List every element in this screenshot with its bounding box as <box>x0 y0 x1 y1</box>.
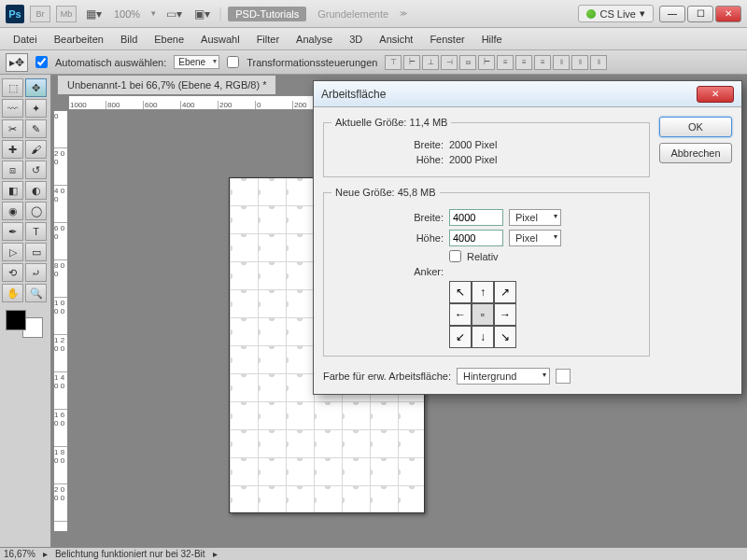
menu-hilfe[interactable]: Hilfe <box>474 32 510 47</box>
new-height-input[interactable] <box>449 230 503 246</box>
dialog-title: Arbeitsfläche <box>321 88 386 101</box>
blur-tool[interactable]: ◉ <box>2 202 23 220</box>
menu-ansicht[interactable]: Ansicht <box>372 32 420 47</box>
3d-camera-tool[interactable]: ⤾ <box>25 263 47 282</box>
dialog-titlebar[interactable]: Arbeitsfläche ✕ <box>314 81 741 107</box>
arrange-icon[interactable]: ▭▾ <box>162 6 185 22</box>
menu-bild[interactable]: Bild <box>113 32 145 47</box>
menu-datei[interactable]: Datei <box>6 32 45 47</box>
anchor-center[interactable]: ▫ <box>472 303 494 326</box>
align-icon[interactable]: ⊢ <box>478 55 495 70</box>
align-icon[interactable]: ⊤ <box>385 55 402 70</box>
height-unit-dropdown[interactable]: Pixel <box>509 230 561 246</box>
cancel-button[interactable]: Abbrechen <box>659 143 732 163</box>
gradient-tool[interactable]: ◐ <box>25 181 47 200</box>
current-size-group: Aktuelle Größe: 11,4 MB Breite:2000 Pixe… <box>323 117 650 177</box>
distribute-icon[interactable]: ≡ <box>497 55 514 70</box>
extension-color-label: Farbe für erw. Arbeitsfläche: <box>323 371 451 382</box>
auto-select-checkbox[interactable] <box>35 56 48 68</box>
anchor-se[interactable]: ↘ <box>494 326 516 348</box>
options-bar: ▸✥ Automatisch auswählen: Ebene Transfor… <box>0 50 747 75</box>
ok-button[interactable]: OK <box>659 117 732 137</box>
menu-analyse[interactable]: Analyse <box>289 32 340 47</box>
screenmode-icon[interactable]: ▣▾ <box>190 6 213 22</box>
workspace-psd-tutorials[interactable]: PSD-Tutorials <box>228 7 306 21</box>
auto-select-dropdown[interactable]: Ebene <box>174 55 219 69</box>
ruler-vertical: 02 0 04 0 06 0 08 0 01 0 0 01 2 0 01 4 0… <box>53 110 68 532</box>
menu-auswahl[interactable]: Auswahl <box>193 32 247 47</box>
menu-bearbeiten[interactable]: Bearbeiten <box>47 32 111 47</box>
3d-tool[interactable]: ⟲ <box>2 263 23 282</box>
workspace-grundelemente[interactable]: Grundelemente <box>312 8 394 20</box>
transform-controls-checkbox[interactable] <box>227 56 239 68</box>
relative-checkbox[interactable] <box>449 250 461 262</box>
distribute-icon[interactable]: ≡ <box>534 55 551 70</box>
status-message: Belichtung funktioniert nur bei 32-Bit <box>55 549 205 559</box>
current-height-label: Höhe: <box>331 154 444 165</box>
brush-tool[interactable]: 🖌 <box>25 140 47 159</box>
align-icon[interactable]: ⊢ <box>403 55 420 70</box>
distribute-icon[interactable]: ⦀ <box>553 55 570 70</box>
document-tab[interactable]: Unbenannt-1 bei 66,7% (Ebene 4, RGB/8) * <box>57 75 276 94</box>
eraser-tool[interactable]: ◧ <box>2 181 23 200</box>
align-icon[interactable]: ⊥ <box>422 55 439 70</box>
minibridge-icon[interactable]: Mb <box>56 6 77 22</box>
eyedropper-tool[interactable]: ✎ <box>25 119 47 138</box>
crop-tool[interactable]: ✂ <box>2 119 23 138</box>
move-tool[interactable]: ✥ <box>25 78 47 97</box>
align-icon[interactable]: ⊣ <box>441 55 458 70</box>
path-tool[interactable]: ▷ <box>2 243 23 261</box>
menu-3d[interactable]: 3D <box>342 32 370 47</box>
distribute-icon[interactable]: ≡ <box>515 55 532 70</box>
heal-tool[interactable]: ✚ <box>2 140 23 159</box>
view-icon[interactable]: ▦▾ <box>82 6 105 22</box>
wand-tool[interactable]: ✦ <box>25 99 47 118</box>
type-tool[interactable]: T <box>25 222 47 241</box>
hand-tool[interactable]: ✋ <box>2 284 23 302</box>
distribute-icon[interactable]: ⦀ <box>590 55 607 70</box>
move-tool-preset-icon[interactable]: ▸✥ <box>6 53 28 72</box>
new-width-input[interactable] <box>449 209 503 226</box>
distribute-icon[interactable]: ⦀ <box>571 55 588 70</box>
width-unit-dropdown[interactable]: Pixel <box>509 209 561 226</box>
current-width-label: Breite: <box>331 139 444 150</box>
anchor-nw[interactable]: ↖ <box>449 281 472 303</box>
current-size-legend: Aktuelle Größe: 11,4 MB <box>331 117 451 128</box>
shape-tool[interactable]: ▭ <box>25 243 47 261</box>
foreground-color-icon[interactable] <box>6 310 26 330</box>
anchor-e[interactable]: → <box>494 303 516 326</box>
menu-ebene[interactable]: Ebene <box>147 32 191 47</box>
anchor-w[interactable]: ← <box>449 303 472 326</box>
auto-select-label: Automatisch auswählen: <box>55 57 166 68</box>
current-width-value: 2000 Pixel <box>449 139 514 150</box>
status-zoom[interactable]: 16,67% <box>4 549 35 559</box>
extension-color-dropdown[interactable]: Hintergrund <box>457 368 550 385</box>
cs-live-button[interactable]: CS Live ▾ <box>578 5 654 22</box>
pen-tool[interactable]: ✒ <box>2 222 23 241</box>
new-size-legend: Neue Größe: 45,8 MB <box>331 187 440 198</box>
zoom-tool[interactable]: 🔍 <box>25 284 47 302</box>
bridge-icon[interactable]: Br <box>30 6 50 22</box>
lasso-tool[interactable]: 〰 <box>2 99 23 118</box>
menu-fenster[interactable]: Fenster <box>422 32 472 47</box>
zoom-display[interactable]: 100% <box>110 8 144 20</box>
history-brush-tool[interactable]: ↺ <box>25 161 47 179</box>
align-icon[interactable]: ⧈ <box>459 55 476 70</box>
anchor-s[interactable]: ↓ <box>472 326 494 348</box>
minimize-button[interactable]: — <box>659 6 685 22</box>
color-swatch[interactable] <box>6 310 43 338</box>
menu-filter[interactable]: Filter <box>249 32 287 47</box>
anchor-ne[interactable]: ↗ <box>494 281 516 303</box>
transform-controls-label: Transformationssteuerungen <box>247 57 377 68</box>
chevron-down-icon[interactable]: ▼ <box>149 9 157 18</box>
close-button[interactable]: ✕ <box>715 6 741 22</box>
dodge-tool[interactable]: ◯ <box>25 202 47 220</box>
anchor-n[interactable]: ↑ <box>472 281 494 303</box>
double-chevron-icon[interactable]: ≫ <box>400 9 407 18</box>
extension-color-swatch[interactable] <box>556 369 571 384</box>
anchor-sw[interactable]: ↙ <box>449 326 472 348</box>
marquee-tool[interactable]: ⬚ <box>2 78 23 97</box>
stamp-tool[interactable]: ⧇ <box>2 161 23 179</box>
maximize-button[interactable]: ☐ <box>687 6 713 22</box>
dialog-close-button[interactable]: ✕ <box>697 86 734 103</box>
